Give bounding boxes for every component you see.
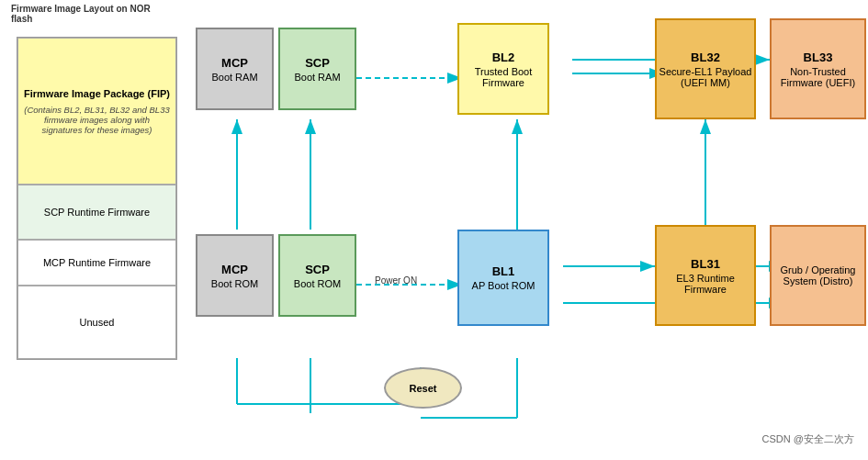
bl32-title: BL32 bbox=[691, 50, 720, 64]
scp-bot-box: SCP Boot ROM bbox=[278, 234, 356, 317]
scp-top-box: SCP Boot RAM bbox=[278, 28, 356, 110]
scp-bot-sub: Boot ROM bbox=[294, 278, 341, 289]
watermark-text: CSDN @安全二次方 bbox=[762, 433, 854, 444]
main-container: Firmware Image Layout on NOR flash Firmw… bbox=[0, 0, 868, 460]
scp-label: SCP Runtime Firmware bbox=[44, 207, 150, 218]
bl32-box: BL32 Secure-EL1 Payload (UEFI MM) bbox=[655, 18, 756, 119]
scp-bot-title: SCP bbox=[305, 263, 330, 276]
mcp-bot-sub: Boot ROM bbox=[211, 278, 258, 289]
sidebar-scp: SCP Runtime Firmware bbox=[17, 185, 176, 240]
scp-top-title: SCP bbox=[305, 56, 330, 70]
bl31-box: BL31 EL3 Runtime Firmware bbox=[655, 225, 756, 326]
bl2-title: BL2 bbox=[492, 50, 515, 64]
bl33-title: BL33 bbox=[804, 50, 833, 64]
mcp-bot-title: MCP bbox=[221, 263, 248, 276]
power-on-label: Power ON bbox=[375, 275, 417, 286]
sidebar-unused: Unused bbox=[17, 286, 176, 359]
sidebar: Firmware Image Package (FIP) (Contains B… bbox=[17, 37, 177, 360]
mcp-top-sub: Boot RAM bbox=[211, 72, 257, 83]
mcp-top-title: MCP bbox=[221, 56, 248, 70]
power-on-text: Power ON bbox=[375, 275, 417, 286]
sidebar-mcp: MCP Runtime Firmware bbox=[17, 240, 176, 286]
bl1-title: BL1 bbox=[492, 264, 515, 278]
bl33-box: BL33 Non-Trusted Firmware (UEFI) bbox=[770, 18, 866, 119]
bl1-sub: AP Boot ROM bbox=[472, 280, 535, 291]
reset-oval: Reset bbox=[384, 367, 462, 409]
bl32-sub: Secure-EL1 Payload (UEFI MM) bbox=[657, 66, 754, 88]
unused-label: Unused bbox=[80, 317, 115, 328]
bl1-box: BL1 AP Boot ROM bbox=[457, 230, 549, 326]
bl31-title: BL31 bbox=[691, 257, 720, 271]
diagram: MCP Boot RAM SCP Boot RAM BL2 Trusted Bo… bbox=[177, 0, 868, 460]
mcp-label: MCP Runtime Firmware bbox=[43, 257, 151, 268]
grub-sub: Grub / Operating System (Distro) bbox=[772, 264, 864, 286]
watermark: CSDN @安全二次方 bbox=[762, 432, 854, 446]
bl31-sub: EL3 Runtime Firmware bbox=[657, 273, 754, 295]
mcp-top-box: MCP Boot RAM bbox=[196, 28, 274, 110]
bl2-box: BL2 Trusted Boot Firmware bbox=[457, 23, 549, 115]
bl33-sub: Non-Trusted Firmware (UEFI) bbox=[772, 66, 864, 88]
bl2-sub: Trusted Boot Firmware bbox=[459, 66, 547, 88]
reset-label: Reset bbox=[410, 383, 437, 394]
sidebar-fip: Firmware Image Package (FIP) (Contains B… bbox=[17, 38, 176, 185]
grub-box: Grub / Operating System (Distro) bbox=[770, 225, 866, 326]
fip-title: Firmware Image Package (FIP) bbox=[24, 88, 170, 99]
fip-subtitle: (Contains BL2, BL31, BL32 and BL33 firmw… bbox=[24, 105, 170, 135]
scp-top-sub: Boot RAM bbox=[294, 72, 340, 83]
sidebar-title: Firmware Image Layout on NOR flash bbox=[7, 2, 177, 26]
mcp-bot-box: MCP Boot ROM bbox=[196, 234, 274, 317]
